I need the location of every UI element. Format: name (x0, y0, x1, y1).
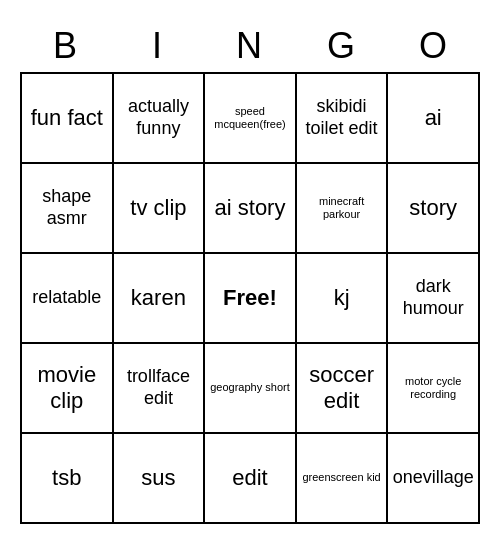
bingo-cell: soccer edit (297, 344, 389, 434)
bingo-cell: actually funny (114, 74, 206, 164)
bingo-cell: motor cycle recording (388, 344, 480, 434)
bingo-grid: fun factactually funnyspeed mcqueen(free… (20, 72, 480, 524)
bingo-cell: tv clip (114, 164, 206, 254)
bingo-cell: skibidi toilet edit (297, 74, 389, 164)
bingo-header: BINGO (20, 20, 480, 72)
bingo-cell: relatable (22, 254, 114, 344)
bingo-cell: Free! (205, 254, 297, 344)
header-letter: G (296, 20, 388, 72)
header-letter: O (388, 20, 480, 72)
bingo-cell: dark humour (388, 254, 480, 344)
bingo-cell: kj (297, 254, 389, 344)
bingo-cell: ai story (205, 164, 297, 254)
bingo-cell: trollface edit (114, 344, 206, 434)
bingo-cell: onevillage (388, 434, 480, 524)
bingo-cell: fun fact (22, 74, 114, 164)
bingo-cell: greenscreen kid (297, 434, 389, 524)
bingo-cell: tsb (22, 434, 114, 524)
header-letter: B (20, 20, 112, 72)
header-letter: N (204, 20, 296, 72)
bingo-card: BINGO fun factactually funnyspeed mcquee… (10, 10, 490, 534)
bingo-cell: story (388, 164, 480, 254)
bingo-cell: minecraft parkour (297, 164, 389, 254)
bingo-cell: edit (205, 434, 297, 524)
bingo-cell: speed mcqueen(free) (205, 74, 297, 164)
bingo-cell: ai (388, 74, 480, 164)
bingo-cell: shape asmr (22, 164, 114, 254)
bingo-cell: karen (114, 254, 206, 344)
bingo-cell: geography short (205, 344, 297, 434)
header-letter: I (112, 20, 204, 72)
bingo-cell: movie clip (22, 344, 114, 434)
bingo-cell: sus (114, 434, 206, 524)
